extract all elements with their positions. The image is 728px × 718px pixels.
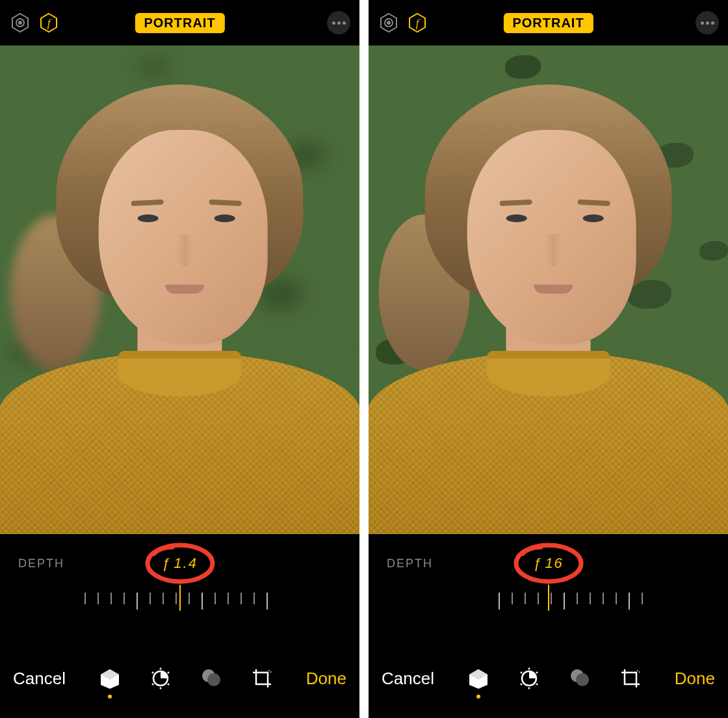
depth-value: ƒ16 xyxy=(533,555,564,572)
svg-point-28 xyxy=(536,672,538,674)
toolbar-icons xyxy=(465,665,644,692)
adjust-tool-icon[interactable] xyxy=(515,665,543,692)
portrait-tool-icon[interactable] xyxy=(96,665,124,692)
svg-point-30 xyxy=(536,684,538,686)
svg-point-11 xyxy=(151,684,153,686)
svg-point-32 xyxy=(528,687,530,689)
portrait-lighting-icon[interactable] xyxy=(378,12,400,34)
svg-point-14 xyxy=(159,687,161,689)
photo-preview[interactable] xyxy=(369,45,728,534)
svg-text:f: f xyxy=(416,17,421,29)
header-icons-left: f xyxy=(9,12,60,34)
crop-tool-icon[interactable] xyxy=(617,665,644,692)
depth-label: DEPTH xyxy=(387,557,433,571)
photo-subject xyxy=(369,45,728,534)
svg-point-34 xyxy=(576,673,589,686)
cancel-button[interactable]: Cancel xyxy=(13,669,66,689)
portrait-tool-icon[interactable] xyxy=(465,665,492,692)
toolbar-icons xyxy=(96,665,276,692)
portrait-lighting-icon[interactable] xyxy=(9,12,31,34)
svg-point-20 xyxy=(387,21,391,25)
depth-row: DEPTH ƒ16 xyxy=(369,534,728,593)
depth-slider-row xyxy=(369,593,728,639)
header-icons-left: f xyxy=(378,12,428,34)
adjust-tool-icon[interactable] xyxy=(147,665,174,692)
depth-label: DEPTH xyxy=(18,557,64,571)
svg-text:f: f xyxy=(47,17,52,29)
header: f PORTRAIT xyxy=(369,0,728,45)
more-button[interactable] xyxy=(327,11,350,34)
aperture-icon[interactable]: f xyxy=(38,12,60,34)
filters-tool-icon[interactable] xyxy=(566,665,593,692)
svg-point-10 xyxy=(167,672,169,674)
more-button[interactable] xyxy=(696,11,719,34)
depth-value: ƒ1.4 xyxy=(162,555,198,572)
depth-slider[interactable] xyxy=(84,593,276,619)
toolbar: Cancel Done xyxy=(369,639,728,717)
filters-tool-icon[interactable] xyxy=(198,665,225,692)
photo-subject xyxy=(0,45,359,534)
photo-preview[interactable] xyxy=(0,45,359,534)
done-button[interactable]: Done xyxy=(306,669,346,689)
svg-point-29 xyxy=(520,684,522,686)
depth-slider-row xyxy=(0,593,359,639)
depth-slider[interactable] xyxy=(453,593,644,619)
svg-point-13 xyxy=(159,668,161,670)
depth-row: DEPTH ƒ1.4 xyxy=(0,534,359,593)
svg-point-2 xyxy=(18,21,22,25)
svg-point-12 xyxy=(167,684,169,686)
svg-point-16 xyxy=(207,673,220,686)
done-button[interactable]: Done xyxy=(675,669,715,689)
header: f PORTRAIT xyxy=(0,0,359,45)
editor-pane-left: f PORTRAIT xyxy=(0,0,359,718)
mode-pill[interactable]: PORTRAIT xyxy=(135,13,224,33)
editor-pane-right: f PORTRAIT xyxy=(369,0,728,718)
toolbar: Cancel Done xyxy=(0,639,359,717)
svg-point-9 xyxy=(151,672,153,674)
cancel-button[interactable]: Cancel xyxy=(382,669,434,689)
svg-point-27 xyxy=(520,672,522,674)
svg-point-31 xyxy=(528,668,530,670)
aperture-icon[interactable]: f xyxy=(406,12,428,34)
crop-tool-icon[interactable] xyxy=(248,665,276,692)
mode-pill[interactable]: PORTRAIT xyxy=(503,13,593,33)
